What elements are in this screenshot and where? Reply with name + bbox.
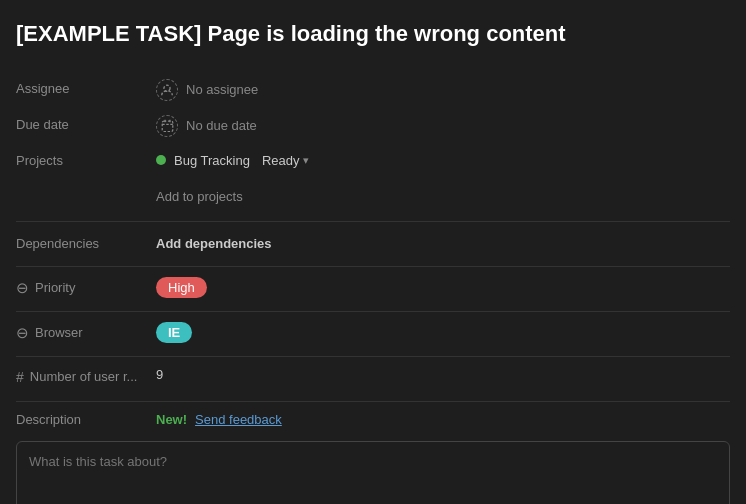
description-new-badge: New!	[156, 412, 187, 427]
browser-circle-icon: ⊖	[16, 324, 29, 342]
chevron-down-icon: ▾	[303, 154, 309, 167]
assignee-icon	[156, 79, 178, 101]
dependencies-label-text: Dependencies	[16, 236, 99, 251]
browser-value: IE	[156, 322, 730, 343]
due-date-value[interactable]: No due date	[156, 115, 730, 137]
num-users-value: 9	[156, 367, 730, 382]
divider-4	[16, 356, 730, 357]
project-status-dot	[156, 155, 166, 165]
dependencies-row: Dependencies Add dependencies	[16, 226, 730, 262]
projects-label-text: Projects	[16, 153, 63, 168]
dependencies-label: Dependencies	[16, 234, 156, 251]
assignee-label: Assignee	[16, 79, 156, 96]
svg-point-0	[164, 85, 170, 91]
assignee-value[interactable]: No assignee	[156, 79, 730, 101]
description-label: Description	[16, 412, 156, 427]
assignee-no-value: No assignee	[186, 82, 258, 97]
divider-3	[16, 311, 730, 312]
priority-badge[interactable]: High	[156, 277, 207, 298]
divider-2	[16, 266, 730, 267]
assignee-row: Assignee No assignee	[16, 73, 730, 109]
divider-5	[16, 401, 730, 402]
num-users-number: 9	[156, 367, 163, 382]
hash-icon: #	[16, 369, 24, 385]
divider-1	[16, 221, 730, 222]
add-projects-row: Add to projects	[16, 181, 730, 217]
description-label-text: Description	[16, 412, 81, 427]
dependencies-value: Add dependencies	[156, 234, 730, 253]
add-projects-value: Add to projects	[156, 187, 730, 206]
description-textarea[interactable]	[16, 441, 730, 504]
description-row: Description New! Send feedback	[16, 406, 730, 433]
page-title: [EXAMPLE TASK] Page is loading the wrong…	[16, 20, 730, 49]
browser-badge[interactable]: IE	[156, 322, 192, 343]
browser-row: ⊖ Browser IE	[16, 316, 730, 352]
project-status-dropdown[interactable]: Ready ▾	[258, 151, 314, 170]
due-date-icon	[156, 115, 178, 137]
add-projects-spacer	[16, 187, 156, 189]
svg-rect-1	[162, 121, 173, 132]
priority-label-text: Priority	[35, 280, 75, 295]
add-dependencies-link[interactable]: Add dependencies	[156, 234, 272, 253]
assignee-label-text: Assignee	[16, 81, 69, 96]
projects-row: Projects Bug Tracking Ready ▾	[16, 145, 730, 181]
project-name[interactable]: Bug Tracking	[174, 153, 250, 168]
priority-row: ⊖ Priority High	[16, 271, 730, 307]
num-users-label-text: Number of user r...	[30, 369, 138, 384]
priority-circle-icon: ⊖	[16, 279, 29, 297]
browser-label: ⊖ Browser	[16, 322, 156, 342]
add-to-projects-link[interactable]: Add to projects	[156, 187, 243, 206]
due-date-no-value: No due date	[186, 118, 257, 133]
due-date-label-text: Due date	[16, 117, 69, 132]
due-date-label: Due date	[16, 115, 156, 132]
browser-label-text: Browser	[35, 325, 83, 340]
projects-label: Projects	[16, 151, 156, 168]
priority-value: High	[156, 277, 730, 298]
send-feedback-link[interactable]: Send feedback	[195, 412, 282, 427]
due-date-row: Due date No due date	[16, 109, 730, 145]
projects-value: Bug Tracking Ready ▾	[156, 151, 730, 170]
num-users-label: # Number of user r...	[16, 367, 156, 385]
project-status-text: Ready	[262, 153, 300, 168]
priority-label: ⊖ Priority	[16, 277, 156, 297]
num-users-row: # Number of user r... 9	[16, 361, 730, 397]
